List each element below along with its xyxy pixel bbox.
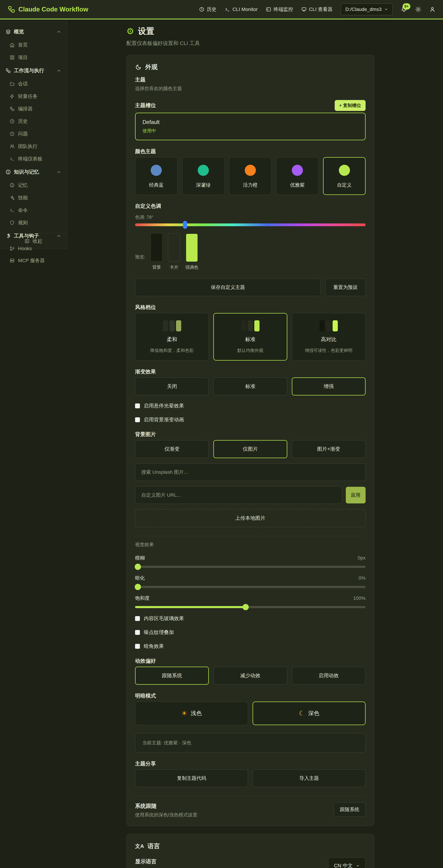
sidebar-item-issues[interactable]: 问题 <box>5 128 64 140</box>
glass-checkbox-row[interactable]: 内容区毛玻璃效果 <box>135 615 366 622</box>
save-custom-theme-button[interactable]: 保存自定义主题 <box>135 278 321 296</box>
saturation-value: 100% <box>353 595 366 601</box>
preview-swatch-card: 卡片 <box>168 233 180 270</box>
darken-slider-thumb[interactable] <box>135 584 141 590</box>
upload-local-image-button[interactable]: 上传本地图片 <box>135 509 366 527</box>
gradient-off[interactable]: 关闭 <box>135 377 209 396</box>
theme-label: 主题 <box>135 76 366 83</box>
nav-cli-monitor[interactable]: CLI Monitor <box>225 7 258 12</box>
nav-cli-viewer[interactable]: CLI 查看器 <box>302 6 333 13</box>
saturation-slider-thumb[interactable] <box>243 604 249 610</box>
unsplash-search-input[interactable]: 搜索 Unsplash 图片... <box>135 463 366 481</box>
motion-reduced[interactable]: 减少动效 <box>213 666 287 685</box>
blur-slider[interactable] <box>135 566 366 568</box>
sidebar-item-skills[interactable]: 技能 <box>5 191 64 204</box>
sidebar-item-team-execution[interactable]: 团队执行 <box>5 140 64 153</box>
project-selector[interactable]: D:/Claude_dms3 <box>341 3 393 15</box>
sidebar-item-home[interactable]: 首页 <box>5 39 64 51</box>
saturation-slider[interactable] <box>135 606 366 608</box>
chevron-up-icon <box>56 68 61 73</box>
motion-label: 动效偏好 <box>135 657 366 664</box>
bg-animation-checkbox-row[interactable]: 启用背景渐变动画 <box>135 416 366 423</box>
checkbox-unchecked[interactable] <box>135 403 140 408</box>
sidebar-item-sessions[interactable]: 会话 <box>5 78 64 90</box>
sidebar-item-rules[interactable]: 规则 <box>5 216 64 229</box>
mode-dark[interactable]: ☾深色 <box>253 702 366 725</box>
home-icon <box>10 42 14 48</box>
gradient-enhanced[interactable]: 增强 <box>292 377 366 396</box>
user-icon[interactable] <box>430 6 435 12</box>
languages-icon: 文A <box>135 843 144 850</box>
sidebar-item-terminal-dashboard[interactable]: 终端仪表板 <box>5 153 64 165</box>
palette-elegant-purple[interactable]: 优雅紫 <box>276 157 319 195</box>
custom-image-url-input[interactable]: 自定义图片 URL... <box>135 486 342 504</box>
hover-glow-checkbox-row[interactable]: 启用悬停光晕效果 <box>135 402 366 409</box>
sidebar-group-knowledge[interactable]: 知识与记忆 <box>3 165 64 179</box>
notifications-button[interactable]: 9+ <box>401 6 407 13</box>
palette-custom[interactable]: 自定义 <box>323 157 366 195</box>
nav-history[interactable]: 历史 <box>199 6 217 13</box>
checkbox-unchecked[interactable] <box>135 616 140 621</box>
blur-value: 0px <box>358 555 366 561</box>
mode-label: 明暗模式 <box>135 692 366 700</box>
blur-slider-thumb[interactable] <box>135 564 141 570</box>
sidebar-item-commands[interactable]: 命令 <box>5 204 64 216</box>
style-high-contrast[interactable]: 高对比 增强可读性，色彩更鲜明 <box>292 313 366 361</box>
sidebar-item-label: 技能 <box>18 194 28 201</box>
checkbox-unchecked[interactable] <box>135 630 140 635</box>
theme-preview-row: 预览: 背景 卡片 强调色 <box>135 233 366 270</box>
current-theme-info: 当前主题: 优雅紫 · 深色 <box>135 733 366 752</box>
darken-slider[interactable] <box>135 586 366 588</box>
apply-url-button[interactable]: 应用 <box>346 487 366 503</box>
sidebar-item-projects[interactable]: 项目 <box>5 51 64 64</box>
bg-gradient-only[interactable]: 仅渐变 <box>135 440 209 458</box>
style-standard[interactable]: 标准 默认均衡外观 <box>213 313 287 361</box>
display-language-label: 显示语言 <box>135 858 177 865</box>
sidebar-group-workflow[interactable]: 工作流与执行 <box>3 64 64 78</box>
shield-icon <box>10 220 14 225</box>
sidebar-item-label: MCP 服务器 <box>18 257 45 264</box>
system-follow-button[interactable]: 跟随系统 <box>334 802 366 817</box>
reset-preset-button[interactable]: 重置为预设 <box>325 278 366 296</box>
motion-enabled[interactable]: 启用动效 <box>292 666 366 685</box>
checkbox-unchecked[interactable] <box>135 644 140 649</box>
palette-vibrant-orange[interactable]: 活力橙 <box>229 157 272 195</box>
mode-light[interactable]: ☀浅色 <box>135 702 248 725</box>
panel-left-icon <box>25 239 30 244</box>
terminal-icon <box>10 156 14 161</box>
sidebar-item-light-tasks[interactable]: 轻量任务 <box>5 90 64 102</box>
workflow-icon <box>10 106 14 111</box>
sidebar-item-label: 首页 <box>18 42 28 48</box>
sidebar-item-memory[interactable]: 记忆 <box>5 179 64 191</box>
motion-follow-system[interactable]: 跟随系统 <box>135 666 209 685</box>
sidebar-collapse-button[interactable]: 收起 <box>0 233 67 249</box>
display-language-desc: 选择界面的首选语言 <box>135 867 177 868</box>
sidebar-item-mcp-servers[interactable]: MCP 服务器 <box>5 254 64 267</box>
copy-slot-button[interactable]: + 复制槽位 <box>335 100 366 111</box>
vignette-checkbox-row[interactable]: 暗角效果 <box>135 643 366 650</box>
sidebar-item-history[interactable]: 历史 <box>5 115 64 128</box>
palette-deep-green[interactable]: 深邃绿 <box>182 157 225 195</box>
noise-checkbox-row[interactable]: 噪点纹理叠加 <box>135 629 366 636</box>
bg-image-plus-gradient[interactable]: 图片+渐变 <box>292 440 366 458</box>
palette-name: 优雅紫 <box>290 182 305 188</box>
import-theme-button[interactable]: 导入主题 <box>253 769 366 787</box>
divider <box>135 536 366 536</box>
monitor-icon <box>302 7 307 12</box>
gradient-label: 渐变效果 <box>135 368 366 375</box>
style-soft[interactable]: 柔和 降低饱和度，柔和色彩 <box>135 313 209 361</box>
bg-image-only[interactable]: 仅图片 <box>213 440 287 458</box>
display-language-select[interactable]: CN 中文 <box>328 858 366 868</box>
theme-toggle-sun-icon[interactable] <box>415 6 421 12</box>
sidebar-item-orchestrator[interactable]: 编排器 <box>5 102 64 115</box>
gradient-standard[interactable]: 标准 <box>213 377 287 396</box>
sidebar-group-overview[interactable]: 概览 <box>3 25 64 39</box>
hue-slider[interactable] <box>135 223 366 226</box>
checkbox-unchecked[interactable] <box>135 417 140 422</box>
copy-theme-code-button[interactable]: 复制主题代码 <box>135 769 248 787</box>
theme-slot-default[interactable]: Default 使用中 <box>135 113 366 140</box>
nav-terminal-monitor[interactable]: 终端监控 <box>266 6 293 13</box>
palette-classic-blue[interactable]: 经典蓝 <box>135 157 178 195</box>
notification-count-badge: 9+ <box>403 3 410 9</box>
hue-slider-thumb[interactable] <box>183 221 187 229</box>
